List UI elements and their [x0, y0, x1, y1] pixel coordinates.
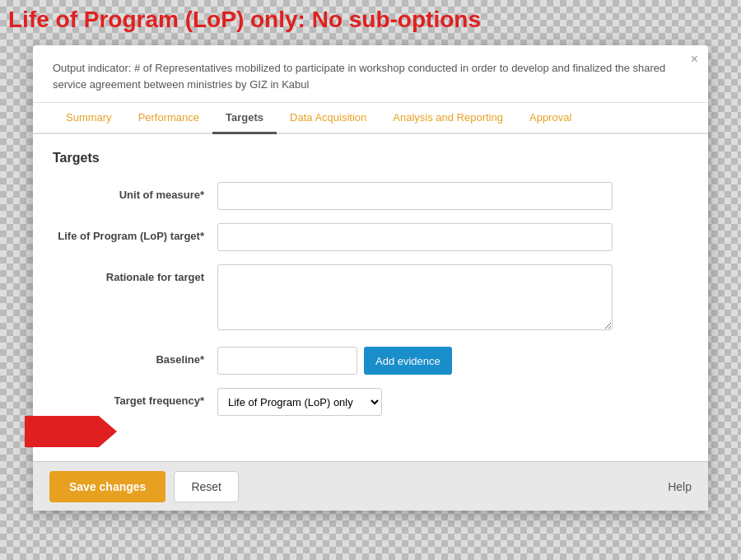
unit-of-measure-control: [217, 182, 613, 210]
lop-target-control: [217, 223, 613, 251]
red-arrow: [25, 416, 99, 447]
rationale-control: [217, 264, 613, 334]
rationale-label: Rationale for target: [53, 264, 217, 283]
unit-of-measure-row: Unit of measure*: [53, 182, 688, 210]
baseline-label: Baseline*: [53, 347, 217, 366]
reset-button[interactable]: Reset: [174, 471, 239, 502]
target-frequency-control: Life of Program (LoP) only Annual Semi-a…: [217, 388, 613, 416]
lop-target-row: Life of Program (LoP) target*: [53, 223, 688, 251]
arrow-indicator: [25, 416, 99, 447]
tab-bar: Summary Performance Targets Data Acquisi…: [33, 103, 708, 134]
lop-target-label: Life of Program (LoP) target*: [53, 223, 217, 242]
add-evidence-button[interactable]: Add evidence: [364, 347, 452, 375]
modal-dialog: × Output indicator: # of Representatives…: [33, 45, 708, 511]
modal-body: Targets Unit of measure* Life of Program…: [33, 134, 708, 511]
footer-actions-left: Save changes Reset: [49, 471, 239, 502]
save-changes-button[interactable]: Save changes: [49, 471, 165, 502]
rationale-row: Rationale for target: [53, 264, 688, 334]
tab-performance[interactable]: Performance: [125, 103, 212, 134]
section-title: Targets: [53, 151, 688, 166]
unit-of-measure-input[interactable]: [217, 182, 613, 210]
tab-targets[interactable]: Targets: [212, 103, 277, 134]
tab-analysis-reporting[interactable]: Analysis and Reporting: [380, 103, 516, 134]
rationale-textarea[interactable]: [217, 264, 613, 330]
tab-approval[interactable]: Approval: [516, 103, 585, 134]
tab-data-acquisition[interactable]: Data Acquisition: [277, 103, 380, 134]
modal-footer: Save changes Reset Help: [33, 461, 708, 511]
target-frequency-row: Target frequency* Life of Program (LoP) …: [53, 388, 688, 416]
help-button[interactable]: Help: [668, 480, 692, 493]
baseline-row: Baseline* Add evidence: [53, 347, 688, 375]
target-frequency-select[interactable]: Life of Program (LoP) only Annual Semi-a…: [217, 388, 382, 416]
lop-target-input[interactable]: [217, 223, 613, 251]
page-title: Life of Program (LoP) only: No sub-optio…: [8, 7, 733, 33]
baseline-control: Add evidence: [217, 347, 613, 375]
unit-of-measure-label: Unit of measure*: [53, 182, 217, 201]
close-icon[interactable]: ×: [691, 52, 698, 67]
target-frequency-label: Target frequency*: [53, 388, 217, 407]
indicator-description: Output indicator: # of Representatives m…: [53, 60, 670, 92]
baseline-input[interactable]: [217, 347, 357, 375]
tab-summary[interactable]: Summary: [53, 103, 125, 134]
modal-header: Output indicator: # of Representatives m…: [33, 45, 708, 103]
